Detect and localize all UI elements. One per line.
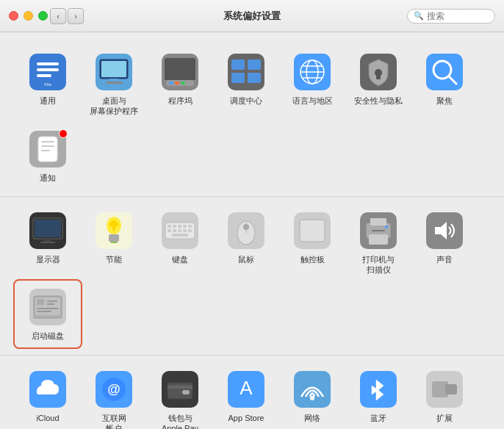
svg-rect-31 [426, 54, 463, 90]
svg-rect-58 [178, 229, 181, 232]
pref-item-network[interactable]: 网络 [279, 363, 345, 429]
svg-rect-30 [376, 74, 381, 79]
pref-item-desktop[interactable]: 桌面与 屏幕保护程序 [81, 46, 147, 123]
icon-box-energy [93, 210, 134, 251]
pref-item-icloud[interactable]: iCloud [15, 363, 81, 429]
close-button[interactable] [9, 11, 18, 21]
mission-icon [228, 54, 264, 90]
search-input[interactable] [427, 11, 486, 21]
label-mouse: 鼠标 [238, 254, 254, 264]
startup-icon [29, 289, 66, 325]
svg-rect-7 [101, 61, 126, 77]
maximize-button[interactable] [38, 11, 48, 21]
pref-item-general[interactable]: File 通用 [15, 46, 81, 123]
label-icloud: iCloud [36, 413, 59, 423]
section-section3: iCloud @ 互联网 帐户 钱包与 Apple Pay A App Stor… [0, 356, 504, 429]
svg-text:@: @ [107, 382, 120, 397]
spotlight-icon [426, 54, 463, 90]
icon-box-dock [159, 51, 201, 93]
pref-item-spotlight[interactable]: 聚焦 [411, 46, 478, 123]
section-section2: 显示器 节能 键盘 鼠标 触控板 [0, 197, 504, 356]
security-icon [360, 54, 397, 90]
icon-box-icloud [27, 369, 68, 410]
icon-box-sound [424, 210, 465, 251]
appstore-icon: A [228, 371, 264, 408]
svg-rect-61 [172, 234, 188, 237]
pref-item-startup[interactable]: 启动磁盘 [15, 281, 81, 347]
svg-rect-38 [41, 150, 50, 151]
svg-rect-16 [181, 82, 185, 84]
icon-box-network [292, 369, 333, 410]
svg-rect-67 [300, 220, 325, 242]
svg-rect-71 [369, 234, 388, 245]
label-appstore: App Store [228, 413, 264, 423]
label-printer: 打印机与 扫描仪 [362, 254, 395, 275]
pref-item-internet[interactable]: @ 互联网 帐户 [81, 363, 147, 429]
svg-rect-72 [372, 230, 385, 231]
svg-rect-36 [41, 141, 54, 143]
pref-item-trackpad[interactable]: 触控板 [279, 204, 345, 281]
window-title: 系统偏好设置 [223, 10, 281, 23]
label-keyboard: 键盘 [172, 254, 188, 264]
icon-box-bluetooth [358, 369, 399, 410]
network-icon [294, 371, 331, 408]
svg-rect-52 [173, 225, 176, 228]
pref-item-printer[interactable]: 打印机与 扫描仪 [345, 204, 411, 281]
pref-item-bluetooth[interactable]: 蓝牙 [345, 363, 411, 429]
svg-rect-54 [183, 225, 187, 228]
desktop-icon [96, 54, 132, 90]
pref-item-appstore[interactable]: A App Store [213, 363, 279, 429]
pref-item-mission[interactable]: 调度中心 [213, 46, 279, 123]
svg-rect-41 [35, 220, 61, 237]
svg-rect-18 [231, 60, 245, 70]
minimize-button[interactable] [24, 11, 33, 21]
search-box[interactable]: 🔍 [407, 9, 495, 24]
keyboard-icon [162, 212, 198, 249]
label-display: 显示器 [36, 254, 60, 264]
svg-rect-44 [40, 242, 55, 243]
pref-item-extensions[interactable]: 扩展 [411, 363, 478, 429]
icon-wrapper-notifications [29, 131, 66, 167]
display-icon [29, 212, 66, 249]
svg-rect-53 [178, 225, 181, 228]
pref-item-dock[interactable]: 程序坞 [147, 46, 213, 123]
svg-rect-81 [47, 303, 54, 305]
icon-box-spotlight [424, 51, 465, 93]
label-mission: 调度中心 [230, 95, 262, 106]
icon-box-startup [27, 286, 68, 328]
dock-icon [162, 54, 198, 90]
pref-item-keyboard[interactable]: 键盘 [147, 204, 213, 281]
forward-button[interactable]: › [68, 8, 84, 24]
nav-buttons: ‹ › [50, 8, 84, 24]
pref-item-energy[interactable]: 节能 [81, 204, 147, 281]
svg-rect-91 [182, 390, 190, 394]
label-language: 语言与地区 [292, 95, 333, 106]
pref-item-notifications[interactable]: 通知 [15, 123, 81, 189]
pref-item-language[interactable]: 语言与地区 [279, 46, 345, 123]
back-button[interactable]: ‹ [50, 8, 66, 24]
icon-box-mission [226, 51, 267, 93]
sound-icon [426, 212, 463, 249]
pref-item-display[interactable]: 显示器 [15, 204, 81, 281]
internet-icon: @ [96, 371, 132, 408]
label-desktop: 桌面与 屏幕保护程序 [90, 95, 138, 117]
pref-item-security[interactable]: 安全性与隐私 [345, 46, 411, 123]
svg-rect-15 [175, 82, 179, 84]
pref-item-wallet[interactable]: 钱包与 Apple Pay [147, 363, 213, 429]
icon-box-general: File [27, 51, 68, 93]
svg-rect-8 [109, 79, 119, 82]
bluetooth-icon [360, 371, 397, 408]
svg-rect-99 [445, 384, 457, 394]
svg-rect-37 [41, 145, 54, 147]
pref-item-sound[interactable]: 声音 [411, 204, 478, 281]
extensions-icon [426, 371, 463, 408]
energy-icon [96, 212, 132, 249]
icon-box-printer [358, 210, 399, 251]
label-wallet: 钱包与 Apple Pay [162, 413, 198, 429]
icon-box-notifications [27, 129, 68, 170]
general-icon: File [29, 54, 66, 90]
pref-item-mouse[interactable]: 鼠标 [213, 204, 279, 281]
icon-box-appstore: A [226, 369, 267, 410]
preferences-grid: File 通用 桌面与 屏幕保护程序 程序坞 调度中心 [0, 32, 504, 429]
search-icon: 🔍 [414, 11, 424, 21]
